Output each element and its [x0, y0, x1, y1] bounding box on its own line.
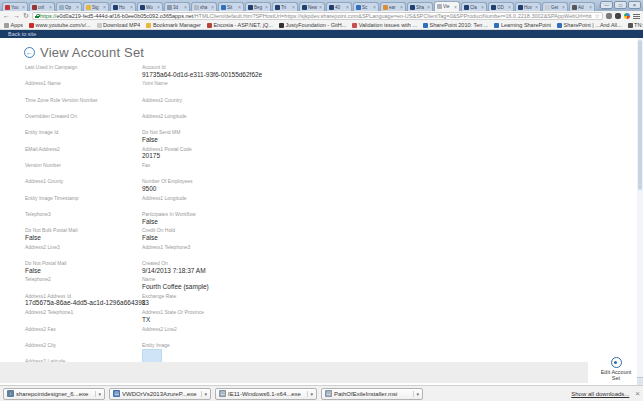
tab-close-icon[interactable]: ×	[373, 5, 376, 9]
browser-tab[interactable]: Sig ×	[83, 2, 109, 11]
bookmark-item[interactable]: Encosia - ASP.NET, jQ...	[207, 22, 273, 28]
download-item[interactable]: ▤ IE11-Windows6.1-x64...exe ▾	[215, 388, 317, 400]
extension-icon[interactable]	[615, 13, 621, 19]
tab-close-icon[interactable]: ×	[184, 5, 187, 9]
browser-tab[interactable]: 40 ×	[326, 2, 352, 11]
tab-close-icon[interactable]: ×	[481, 5, 484, 9]
tab-close-icon[interactable]: ×	[400, 5, 403, 9]
back-to-site-link[interactable]: Back to site	[8, 31, 36, 37]
download-caret-icon[interactable]: ▾	[413, 391, 419, 397]
sharepoint-chrome-bar: Back to site	[0, 30, 643, 38]
download-caret-icon[interactable]: ▾	[95, 391, 101, 397]
tab-title: Ho	[119, 5, 130, 10]
back-button[interactable]: ←	[3, 12, 10, 20]
bookmark-item[interactable]: JustyFoundation - GitH...	[279, 22, 346, 28]
browser-tab[interactable]: New ×	[299, 2, 325, 11]
bookmark-item[interactable]: Learning SharePoint	[494, 22, 551, 28]
tab-close-icon[interactable]: ×	[346, 5, 349, 9]
show-all-downloads-link[interactable]: Show all downloads...	[571, 391, 629, 397]
download-item[interactable]: ▤ VWDOrVs2013AzureP...exe ▾	[109, 388, 211, 400]
tab-close-icon[interactable]: ×	[589, 5, 592, 9]
browser-tab[interactable]: Sit ×	[218, 2, 244, 11]
forward-button[interactable]: →	[13, 12, 20, 20]
tab-close-icon[interactable]: ×	[535, 5, 538, 9]
extension-icon[interactable]	[606, 13, 612, 19]
tab-close-icon[interactable]: ×	[49, 5, 52, 9]
browser-tab[interactable]: Sc ×	[353, 2, 379, 11]
browser-tab[interactable]: Tri ×	[272, 2, 298, 11]
edit-account-set-button[interactable]: Edit Account Set	[596, 357, 636, 381]
tab-close-icon[interactable]: ×	[292, 5, 295, 9]
browser-tab[interactable]: Ad ×	[569, 2, 595, 11]
tab-close-icon[interactable]: ×	[22, 5, 25, 9]
form-row: Overridden Created On Address2 Longitude	[25, 113, 643, 129]
field-label: Address1 Longitude	[142, 195, 643, 201]
browser-tab[interactable]: Get ×	[542, 2, 568, 11]
tab-close-icon[interactable]: ×	[238, 5, 241, 9]
bookmark-item[interactable]: SharePoint 2010: Ten ...	[423, 22, 488, 28]
download-filename: sharepointdesigner_6...exe	[16, 391, 93, 397]
google-extension-icon[interactable]	[624, 13, 630, 19]
browser-tab[interactable]: 3d ×	[164, 2, 190, 11]
browser-tab[interactable]: Cla ×	[461, 2, 487, 11]
chrome-menu-icon[interactable]	[633, 14, 640, 19]
tab-close-icon[interactable]: ×	[427, 5, 430, 9]
bookmark-item[interactable]: www.youtube.com/v/...	[29, 22, 91, 28]
browser-tab[interactable]: Beg ×	[245, 2, 271, 11]
scrollbar-thumb[interactable]	[638, 40, 642, 190]
tab-close-icon[interactable]: ×	[319, 5, 322, 9]
bookmark-item[interactable]: Apps	[4, 22, 23, 28]
bookmark-item[interactable]: TN: Adding Custom Button...	[628, 22, 643, 28]
tab-close-icon[interactable]: ×	[157, 5, 160, 9]
browser-tab[interactable]: You ×	[2, 2, 28, 11]
browser-tab[interactable]: Sha ×	[407, 2, 433, 11]
tab-close-icon[interactable]: ×	[76, 5, 79, 9]
tab-favicon	[32, 5, 37, 10]
tab-title: Cla	[470, 5, 481, 10]
field-value: False	[142, 218, 643, 226]
back-circle-icon[interactable]: ←	[24, 47, 35, 58]
minimize-button[interactable]: —	[600, 1, 613, 9]
browser-tab[interactable]: sha ×	[191, 2, 217, 11]
download-item[interactable]: ▤ PathOfExileInstaller.msi ▾	[321, 388, 423, 400]
maximize-button[interactable]: □	[614, 1, 627, 9]
bookmark-item[interactable]: Bookmark Manager	[146, 22, 201, 28]
bookmark-star-icon[interactable]: ☆	[595, 13, 600, 19]
download-caret-icon[interactable]: ▾	[307, 391, 313, 397]
download-caret-icon[interactable]: ▾	[201, 391, 207, 397]
tab-close-icon[interactable]: ×	[508, 5, 511, 9]
browser-tab[interactable]: Vie ×	[434, 1, 460, 11]
browser-tab[interactable]: Ho ×	[110, 2, 136, 11]
form-field: Address2 Line3	[25, 244, 142, 260]
tab-close-icon[interactable]: ×	[562, 5, 565, 9]
browser-tab[interactable]: Wo ×	[137, 2, 163, 11]
form-field: Entity Image Timestamp	[25, 195, 142, 211]
tab-favicon	[275, 5, 280, 10]
tab-close-icon[interactable]: ×	[454, 5, 457, 9]
address-bar[interactable]: https://e0d0a219-fed5-444d-af16-b0ee0b05…	[32, 12, 603, 20]
tab-title: sha	[200, 5, 211, 10]
url-scheme: https://	[40, 13, 57, 19]
bookmark-favicon	[207, 23, 212, 28]
bookmark-item[interactable]: Download MP4	[97, 22, 141, 28]
close-window-button[interactable]: ×	[628, 1, 641, 9]
close-downloads-bar-icon[interactable]: ×	[635, 390, 640, 398]
browser-tab[interactable]: OD ×	[488, 2, 514, 11]
tab-close-icon[interactable]: ×	[103, 5, 106, 9]
refresh-button[interactable]: ↻	[23, 12, 29, 20]
browser-tab[interactable]: onl ×	[29, 2, 55, 11]
tab-close-icon[interactable]: ×	[130, 5, 133, 9]
tab-close-icon[interactable]: ×	[265, 5, 268, 9]
browser-tab[interactable]: Op ×	[56, 2, 82, 11]
browser-tab[interactable]: Hov ×	[515, 2, 541, 11]
bookmark-item[interactable]: Validation issues with ...	[352, 22, 417, 28]
browser-toolbar: ← → ↻ https://e0d0a219-fed5-444d-af16-b0…	[0, 11, 643, 21]
tab-favicon	[113, 5, 118, 10]
download-item[interactable]: ↓ sharepointdesigner_6...exe ▾	[3, 388, 105, 400]
tab-close-icon[interactable]: ×	[211, 5, 214, 9]
tab-favicon	[410, 5, 415, 10]
vertical-scrollbar[interactable]	[637, 38, 643, 385]
bookmark-item[interactable]: SharePoint | ...And All...	[557, 22, 622, 28]
form-field: Address1 Telephone3	[142, 244, 643, 260]
browser-tab[interactable]: ear ×	[380, 2, 406, 11]
